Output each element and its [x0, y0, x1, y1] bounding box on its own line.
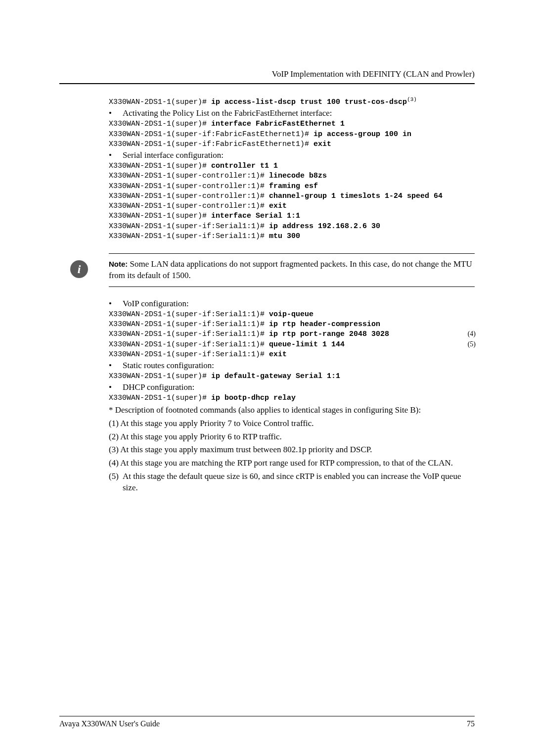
- prompt: X330WAN-2DS1-1(super)#: [109, 212, 211, 220]
- cmd-line: X330WAN-2DS1-1(super)# interface FabricF…: [109, 119, 475, 129]
- cmd-line: X330WAN-2DS1-1(super)# ip bootp-dhcp rel…: [109, 393, 475, 403]
- prompt: X330WAN-2DS1-1(super)#: [109, 162, 211, 170]
- cmd: ip address 192.168.2.6 30: [269, 222, 380, 231]
- prompt: X330WAN-2DS1-1(super-controller:1)#: [109, 192, 269, 200]
- note-label: Note:: [109, 260, 128, 268]
- prompt: X330WAN-2DS1-1(super-if:Serial1:1)#: [109, 340, 269, 349]
- cmd: interface Serial 1:1: [211, 212, 300, 220]
- cmd-line: X330WAN-2DS1-1(super-if:Serial1:1)# voip…: [109, 310, 475, 320]
- prompt: X330WAN-2DS1-1(super)#: [109, 372, 211, 380]
- note-text: Note: Some LAN data applications do not …: [109, 259, 475, 282]
- cmd-line: X330WAN-2DS1-1(super-if:FabricFastEthern…: [109, 130, 475, 140]
- footer-rule: [59, 716, 475, 716]
- cmd: interface FabricFastEthernet 1: [211, 120, 345, 128]
- cmd: queue-limit 1 144: [269, 340, 345, 349]
- cmd: ip access-list-dscp trust 100 trust-cos-…: [211, 98, 407, 106]
- note-body: Some LAN data applications do not suppor…: [109, 259, 472, 280]
- footnote-5: (5) At this stage the default queue size…: [109, 471, 475, 494]
- cmd: framing esf: [269, 182, 318, 190]
- bullet-item: •Serial interface configuration:: [109, 150, 475, 160]
- cmd-line: X330WAN-2DS1-1(super-if:Serial1:1)# exit: [109, 350, 475, 360]
- cmd-line: X330WAN-2DS1-1(super-if:Serial1:1)# mtu …: [109, 232, 475, 241]
- cmd: ip rtp header-compression: [269, 320, 380, 329]
- note-block: i Note: Some LAN data applications do no…: [109, 253, 475, 287]
- footer-left: Avaya X330WAN User's Guide: [59, 719, 160, 728]
- footnote-ref: (3): [407, 96, 417, 102]
- prompt: X330WAN-2DS1-1(super-if:Serial1:1)#: [109, 232, 269, 240]
- cmd: ip rtp port-range 2048 3028: [269, 330, 389, 338]
- cmd: channel-group 1 timeslots 1-24 speed 64: [269, 192, 443, 200]
- footnote-4: (4) At this stage you are matching the R…: [109, 458, 475, 469]
- bullet-text: DHCP configuration:: [123, 382, 194, 392]
- bullet-icon: •: [109, 382, 123, 392]
- bullet-icon: •: [109, 299, 123, 309]
- cmd: ip access-group 100 in: [313, 130, 411, 139]
- cmd-line: X330WAN-2DS1-1(super)# ip access-list-ds…: [109, 96, 475, 107]
- prompt: X330WAN-2DS1-1(super-if:FabricFastEthern…: [109, 140, 313, 148]
- cmd-line: X330WAN-2DS1-1(super-if:Serial1:1)# queu…: [109, 340, 475, 350]
- prompt: X330WAN-2DS1-1(super-if:FabricFastEthern…: [109, 130, 313, 139]
- header-rule: [59, 83, 475, 84]
- cmd: controller t1 1: [211, 162, 278, 170]
- page-header: VoIP Implementation with DEFINITY (CLAN …: [59, 69, 475, 79]
- cmd: exit: [269, 202, 287, 210]
- cmd-line: X330WAN-2DS1-1(super)# interface Serial …: [109, 211, 475, 221]
- prompt: X330WAN-2DS1-1(super-if:Serial1:1)#: [109, 310, 269, 319]
- prompt: X330WAN-2DS1-1(super-if:Serial1:1)#: [109, 222, 269, 231]
- footnote-5-num: (5): [109, 471, 123, 494]
- cmd-line: X330WAN-2DS1-1(super-if:Serial1:1)# ip a…: [109, 222, 475, 232]
- footnote-3: (3) At this stage you apply maximum trus…: [109, 444, 475, 456]
- prompt: X330WAN-2DS1-1(super-controller:1)#: [109, 202, 269, 210]
- bullet-text: Serial interface configuration:: [123, 150, 223, 160]
- page-number: 75: [467, 719, 475, 728]
- cmd-line: X330WAN-2DS1-1(super-if:FabricFastEthern…: [109, 140, 475, 149]
- main-content: X330WAN-2DS1-1(super)# ip access-list-ds…: [109, 96, 475, 494]
- prompt: X330WAN-2DS1-1(super-if:Serial1:1)#: [109, 330, 269, 338]
- cmd-line: X330WAN-2DS1-1(super-controller:1)# line…: [109, 171, 475, 181]
- cmd-line: X330WAN-2DS1-1(super-if:Serial1:1)# ip r…: [109, 320, 475, 330]
- cmd: mtu 300: [269, 232, 300, 240]
- cmd-line: X330WAN-2DS1-1(super-controller:1)# fram…: [109, 182, 475, 191]
- footnote-1: (1) At this stage you apply Priority 7 t…: [109, 418, 475, 429]
- cmd: linecode b8zs: [269, 172, 327, 180]
- cmd-line: X330WAN-2DS1-1(super)# ip default-gatewa…: [109, 372, 475, 381]
- bullet-text: Activating the Policy List on the Fabric…: [123, 108, 332, 118]
- bullet-item: •Static routes configuration:: [109, 361, 475, 371]
- prompt: X330WAN-2DS1-1(super-controller:1)#: [109, 182, 269, 190]
- cmd: ip default-gateway Serial 1:1: [211, 372, 340, 380]
- footnote-intro: * Description of footnoted commands (als…: [109, 405, 475, 416]
- footnote-list: (1) At this stage you apply Priority 7 t…: [109, 418, 475, 494]
- cmd-line: X330WAN-2DS1-1(super)# controller t1 1: [109, 161, 475, 171]
- cmd: exit: [269, 350, 287, 359]
- bullet-text: VoIP configuration:: [123, 299, 189, 309]
- bullet-icon: •: [109, 108, 123, 118]
- footnote-2: (2) At this stage you apply Priority 6 t…: [109, 431, 475, 443]
- cmd-line: X330WAN-2DS1-1(super-if:Serial1:1)# ip r…: [109, 330, 475, 339]
- bullet-icon: •: [109, 361, 123, 371]
- cmd-line: X330WAN-2DS1-1(super-controller:1)# chan…: [109, 191, 475, 201]
- prompt: X330WAN-2DS1-1(super-if:Serial1:1)#: [109, 350, 269, 359]
- footnote-ref: (4): [468, 330, 476, 339]
- cmd: exit: [313, 140, 331, 148]
- cmd-line: X330WAN-2DS1-1(super-controller:1)# exit: [109, 201, 475, 211]
- bullet-item: •VoIP configuration:: [109, 299, 475, 309]
- prompt: X330WAN-2DS1-1(super)#: [109, 98, 211, 106]
- footnote-5-text: At this stage the default queue size is …: [123, 471, 475, 494]
- prompt: X330WAN-2DS1-1(super-controller:1)#: [109, 172, 269, 180]
- cmd: ip bootp-dhcp relay: [211, 394, 296, 402]
- cmd: voip-queue: [269, 310, 313, 319]
- bullet-text: Static routes configuration:: [123, 361, 214, 371]
- prompt: X330WAN-2DS1-1(super)#: [109, 394, 211, 402]
- note-rule-bottom: [109, 286, 475, 287]
- prompt: X330WAN-2DS1-1(super-if:Serial1:1)#: [109, 320, 269, 329]
- bullet-icon: •: [109, 150, 123, 160]
- footnote-ref: (5): [468, 340, 476, 349]
- bullet-item: •DHCP configuration:: [109, 382, 475, 392]
- bullet-item: •Activating the Policy List on the Fabri…: [109, 108, 475, 118]
- page-footer: Avaya X330WAN User's Guide 75: [59, 716, 475, 728]
- info-icon-wrap: i: [70, 260, 88, 278]
- prompt: X330WAN-2DS1-1(super)#: [109, 120, 211, 128]
- info-icon: i: [70, 260, 88, 278]
